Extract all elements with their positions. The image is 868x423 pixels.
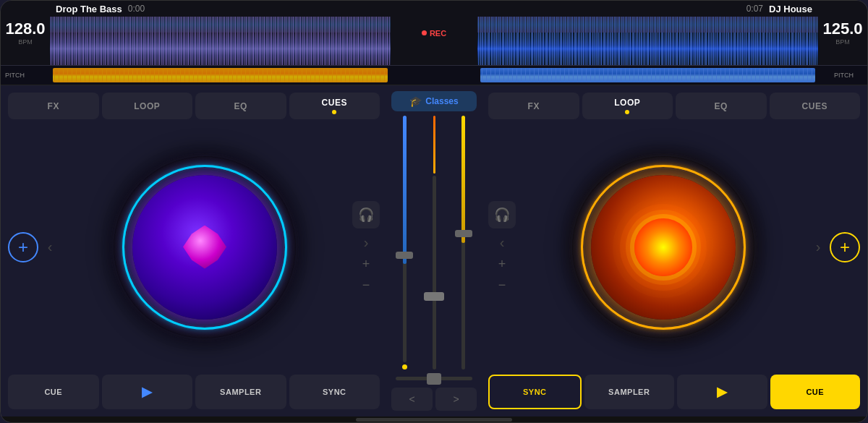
sync-button-left[interactable]: SYNC: [289, 375, 380, 409]
center-fader-area: [421, 116, 448, 369]
tab-right-loop[interactable]: LOOP: [582, 93, 673, 119]
sampler-button-left[interactable]: SAMPLER: [195, 375, 286, 409]
classes-label: Classes: [425, 96, 458, 106]
track-title-left: Drop The Bass: [56, 4, 122, 14]
track-time-left: 0:00: [128, 4, 145, 14]
classes-icon: 🎓: [409, 95, 422, 107]
mixer-nav: < >: [391, 388, 477, 411]
turntable-left[interactable]: [111, 153, 299, 341]
mixer-body: [391, 116, 477, 369]
scrollbar-area: [1, 416, 867, 422]
waveform-overview-left[interactable]: [50, 17, 391, 33]
turntable-outer-left: [111, 153, 299, 341]
crossfader-area: [391, 374, 477, 383]
scrollbar-thumb[interactable]: [356, 418, 512, 422]
waveform-detail-right[interactable]: [477, 33, 818, 65]
headphone-button-right[interactable]: 🎧: [488, 201, 516, 228]
right-controls-left-deck: 🎧 › + −: [352, 201, 380, 293]
pitch-waveform-left-container: [50, 66, 391, 85]
waveform-left: Drop The Bass 0:00: [50, 1, 391, 65]
bpm-right: 125.0 BPM: [818, 1, 867, 65]
play-button-left[interactable]: ▶: [102, 375, 193, 409]
bpm-left: 128.0 BPM: [1, 1, 50, 65]
bottom-controls-left: CUE ▶ SAMPLER SYNC: [8, 375, 380, 409]
rec-indicator[interactable]: REC: [422, 29, 446, 38]
bpm-right-label: BPM: [835, 38, 850, 46]
nav-next-button[interactable]: >: [435, 388, 477, 411]
pitch-waveform-right-container: [477, 66, 818, 85]
tab-left-fx[interactable]: FX: [8, 93, 99, 119]
classes-button[interactable]: 🎓 Classes: [391, 91, 477, 111]
plus-btn-left[interactable]: +: [359, 257, 373, 272]
play-button-right[interactable]: ▶: [677, 375, 767, 409]
rec-label: REC: [430, 29, 446, 38]
pitch-bars-row: PITCH PITCH: [1, 66, 867, 85]
nav-prev-button[interactable]: <: [391, 388, 433, 411]
tabs-right: FX LOOP EQ CUES: [488, 93, 860, 119]
rec-dot: [422, 30, 427, 35]
disc-center-right: [634, 218, 692, 276]
tab-right-cues[interactable]: CUES: [770, 93, 861, 119]
bottom-controls-right: SYNC SAMPLER ▶ CUE: [488, 375, 860, 409]
top-waveform-bar: 128.0 BPM Drop The Bass 0:00 REC 0:07 DJ…: [1, 1, 867, 66]
arrow-left-right[interactable]: ‹: [495, 234, 509, 251]
pitch-label-right: PITCH: [834, 72, 863, 79]
right-fader-thumb[interactable]: [455, 230, 472, 237]
main-content: FX LOOP EQ CUES + ‹: [1, 85, 867, 416]
pitch-label-left-container: PITCH: [1, 66, 50, 85]
pitch-label-left: PITCH: [5, 72, 34, 79]
turntable-container-left: [61, 153, 348, 341]
minus-btn-right[interactable]: −: [495, 278, 509, 293]
right-fader-fill: [461, 116, 465, 243]
cue-button-right[interactable]: CUE: [770, 375, 861, 409]
pitch-label-right-container: PITCH: [818, 66, 867, 85]
arrow-right-right[interactable]: ›: [811, 239, 825, 255]
tab-right-eq[interactable]: EQ: [676, 93, 767, 119]
bpm-left-value: 128.0: [5, 21, 45, 37]
left-fader-track[interactable]: [403, 116, 407, 362]
right-fader-track[interactable]: [461, 116, 465, 369]
left-fader-fill: [403, 116, 407, 264]
arrow-left-left[interactable]: ‹: [43, 239, 57, 255]
left-channel-fader-area: [391, 116, 418, 369]
pitch-center-spacer: [391, 66, 477, 85]
eq-indicator: [433, 116, 435, 174]
waveform-right: 0:07 DJ House: [477, 1, 818, 65]
turntable-right[interactable]: [569, 153, 757, 341]
cue-button-left[interactable]: CUE: [8, 375, 99, 409]
tab-right-fx[interactable]: FX: [488, 93, 579, 119]
crossfader-thumb[interactable]: [427, 373, 441, 385]
add-button-right[interactable]: +: [830, 232, 860, 262]
track-title-right: DJ House: [769, 4, 812, 14]
bpm-right-value: 125.0: [822, 21, 862, 37]
arrow-right-left[interactable]: ›: [359, 234, 373, 251]
headphone-button-left[interactable]: 🎧: [352, 201, 380, 228]
pitch-waveform-left[interactable]: [53, 68, 388, 82]
turntable-container-right: [520, 153, 807, 341]
center-fader-track[interactable]: [433, 176, 436, 369]
turntable-row-right: 🎧 ‹ + − › +: [488, 125, 860, 369]
sampler-button-right[interactable]: SAMPLER: [584, 375, 675, 409]
deck-left: FX LOOP EQ CUES + ‹: [1, 85, 387, 416]
center-info: REC: [391, 1, 477, 65]
left-fader-dot: [402, 364, 407, 369]
minus-btn-left[interactable]: −: [359, 278, 373, 293]
sync-button-right[interactable]: SYNC: [488, 375, 582, 409]
add-button-left[interactable]: +: [8, 232, 38, 262]
plus-btn-right[interactable]: +: [495, 257, 509, 272]
turntable-outer-right: [569, 153, 757, 341]
bpm-left-label: BPM: [18, 38, 33, 46]
tab-left-eq[interactable]: EQ: [195, 93, 286, 119]
tab-left-loop[interactable]: LOOP: [102, 93, 193, 119]
center-fader-thumb[interactable]: [424, 292, 444, 301]
waveform-overview-right[interactable]: [477, 17, 818, 33]
pitch-waveform-right[interactable]: [480, 68, 815, 82]
left-fader-thumb[interactable]: [396, 252, 413, 259]
waveform-detail-left[interactable]: [50, 33, 391, 65]
deck-right: FX LOOP EQ CUES 🎧 ‹ + −: [481, 85, 867, 416]
tab-left-cues[interactable]: CUES: [289, 93, 380, 119]
right-channel-fader-area: [450, 116, 477, 369]
tabs-left: FX LOOP EQ CUES: [8, 93, 380, 119]
crossfader-track[interactable]: [396, 377, 472, 380]
center-mixer: 🎓 Classes: [387, 85, 481, 416]
